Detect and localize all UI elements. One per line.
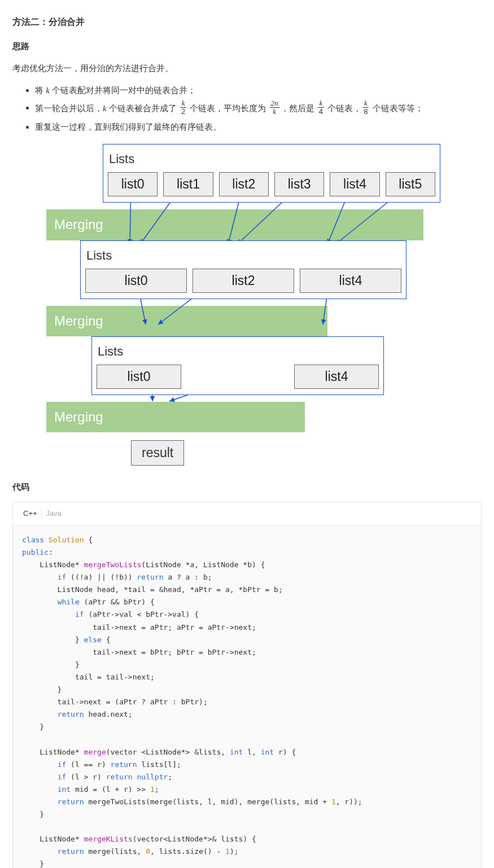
intro-text: 考虑优化方法一，用分治的方法进行合并。 [12,62,482,75]
list-box: list2 [193,269,294,293]
list-box: list5 [386,172,435,196]
list-box: list4 [300,269,401,293]
list-box: list4 [330,172,379,196]
list-box: list4 [294,365,379,389]
list-box: list0 [85,269,187,293]
tab-java[interactable]: Java [42,502,66,525]
list-box: list3 [274,172,324,196]
result-box: result [131,440,184,466]
code-heading: 代码 [12,480,482,494]
merge-diagram: Lists list0list1list2list3list4list5 Mer… [46,144,441,470]
idea-list: 将 k 个链表配对并将同一对中的链表合并； 第一轮合并以后，k 个链表被合并成了… [12,84,482,134]
code-content: class Solution { public: ListNode* merge… [13,526,481,868]
code-tabs: C++ Java [13,502,481,526]
tab-cpp[interactable]: C++ [19,502,42,525]
list-box: list0 [97,365,181,389]
list-box: list0 [108,172,158,196]
idea-heading: 思路 [12,40,482,53]
list-item: 第一轮合并以后，k 个链表被合并成了 k2 个链表，平均长度为 2nk，然后是 … [35,100,482,117]
code-block: C++ Java class Solution { public: ListNo… [12,502,482,868]
method-title: 方法二：分治合并 [12,15,482,29]
list-item: 将 k 个链表配对并将同一对中的链表合并； [35,84,482,97]
list-item: 重复这一过程，直到我们得到了最终的有序链表。 [35,120,482,134]
list-box: list2 [219,172,269,196]
list-box: list1 [163,172,213,196]
